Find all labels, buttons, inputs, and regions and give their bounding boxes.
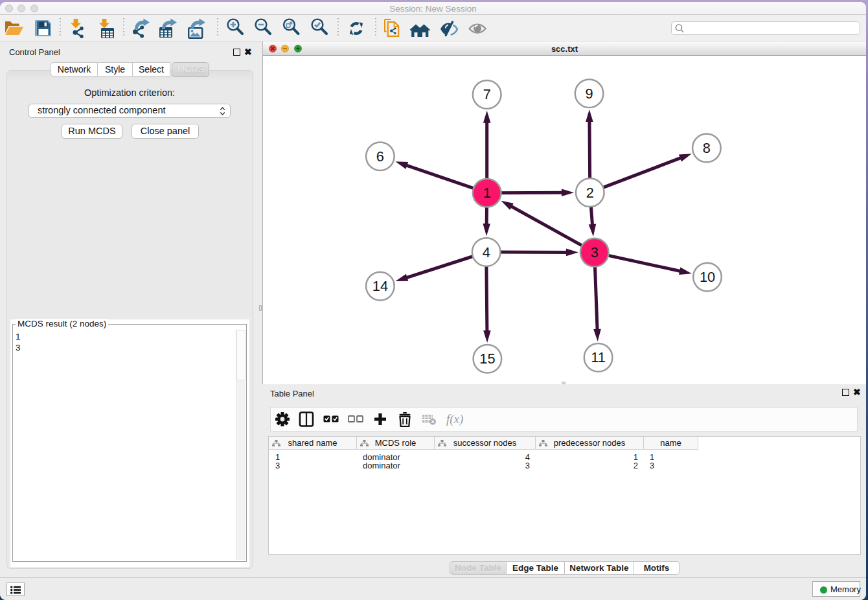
svg-text:1: 1 — [483, 185, 491, 201]
svg-text:15: 15 — [479, 351, 495, 367]
svg-text:6: 6 — [376, 148, 384, 165]
svg-text:3: 3 — [591, 244, 599, 260]
svg-text:4: 4 — [483, 244, 490, 260]
svg-text:8: 8 — [703, 140, 711, 156]
svg-text:9: 9 — [586, 86, 593, 102]
svg-text:7: 7 — [483, 86, 491, 102]
svg-text:10: 10 — [700, 269, 715, 285]
svg-text:14: 14 — [372, 278, 388, 294]
svg-text:f(x): f(x) — [446, 412, 463, 426]
svg-text:2: 2 — [586, 185, 594, 201]
svg-text:11: 11 — [591, 349, 606, 365]
